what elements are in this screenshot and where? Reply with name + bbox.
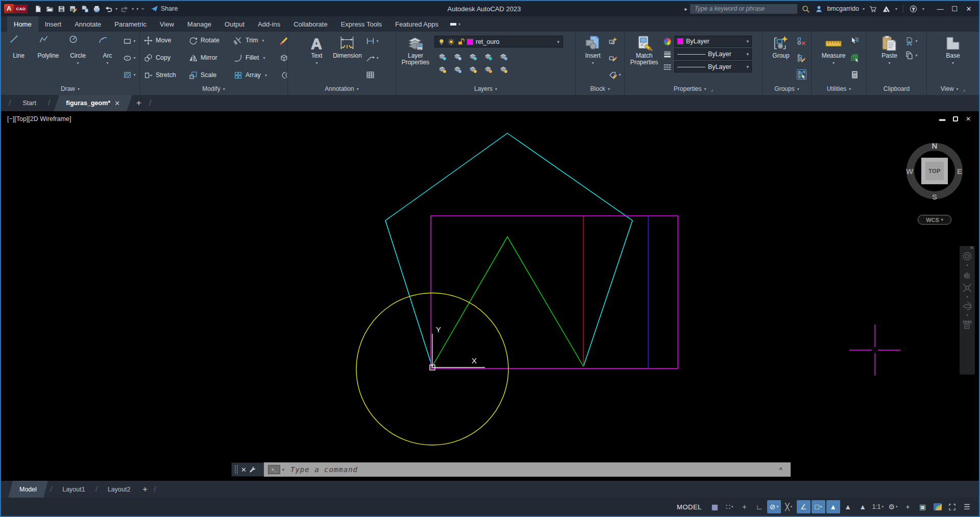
base-button[interactable]: Base▾: [939, 34, 967, 83]
layer-off-icon[interactable]: [434, 50, 450, 62]
fillet-button[interactable]: Fillet▾: [234, 54, 278, 62]
lineweight-dropdown[interactable]: ByLayer▾: [674, 48, 752, 60]
viewport-minimize-icon[interactable]: ▬: [939, 115, 945, 122]
paste-button[interactable]: Paste▾: [875, 34, 903, 83]
file-tab-close-icon[interactable]: ✕: [114, 100, 120, 107]
hatch-tool-button[interactable]: ▾: [123, 69, 135, 80]
file-tab-start[interactable]: Start: [14, 95, 44, 111]
polar-tracking-icon[interactable]: ⊘▾: [767, 500, 781, 513]
leader-button[interactable]: ▾: [366, 53, 378, 63]
command-input[interactable]: Type a command: [290, 465, 358, 474]
scale-button[interactable]: Scale: [189, 71, 232, 80]
group-selection-toggle[interactable]: [797, 69, 806, 80]
layer-lock-icon[interactable]: [480, 50, 496, 62]
ribbon-tab-parametric[interactable]: Parametric: [108, 16, 153, 32]
lineweight-icon[interactable]: [663, 50, 672, 59]
viewcube-west[interactable]: W: [906, 167, 913, 176]
ribbon-tab-featured-apps[interactable]: Featured Apps: [388, 16, 445, 32]
search-icon[interactable]: [800, 4, 811, 14]
redo-dropdown-icon[interactable]: ▾: [131, 7, 134, 11]
command-grip-handle[interactable]: [234, 465, 238, 474]
layer-dropdown[interactable]: ret_ouro ▾: [434, 36, 563, 47]
cut-button[interactable]: ▾: [905, 36, 917, 46]
autoscale-icon[interactable]: ▲: [841, 500, 855, 513]
linetype-dropdown[interactable]: ByLayer▾: [674, 61, 752, 72]
navbar-close-icon[interactable]: ✕: [970, 245, 974, 251]
autocad-app-menu-icon[interactable]: ACAD: [4, 4, 28, 13]
panel-label-view[interactable]: View▾⌟: [927, 83, 979, 95]
panel-label-layers[interactable]: Layers▾: [396, 83, 575, 95]
trim-button[interactable]: Trim▾: [234, 36, 278, 45]
line-button[interactable]: Line: [5, 34, 32, 83]
help-icon[interactable]: ?: [909, 4, 919, 14]
table-button[interactable]: [366, 69, 378, 80]
layer-thaw-icon[interactable]: [465, 62, 480, 75]
command-history-icon[interactable]: ^: [779, 466, 782, 473]
polyline-button[interactable]: Polyline: [34, 34, 62, 83]
edit-block-button[interactable]: [608, 53, 621, 63]
viewport-controls-label[interactable]: [−][Top][2D Wireframe]: [7, 115, 71, 122]
ellipse-tool-button[interactable]: ▾: [123, 53, 135, 63]
viewcube-east[interactable]: E: [957, 167, 962, 176]
save-icon[interactable]: [56, 4, 66, 14]
shape-yellow-circle[interactable]: [356, 293, 508, 445]
app-store-cart-icon[interactable]: [868, 4, 878, 14]
array-button[interactable]: Array▾: [234, 71, 278, 80]
navigation-bar[interactable]: ✕ ▾ ▾ ▾: [960, 246, 975, 375]
autodesk-access-dropdown-icon[interactable]: ▾: [895, 7, 898, 11]
measure-button[interactable]: Measure▾: [819, 34, 848, 83]
wcs-dropdown[interactable]: WCS▾: [918, 215, 951, 225]
otrack-icon[interactable]: ∠: [797, 500, 811, 513]
minimize-button[interactable]: —: [933, 5, 947, 13]
redo-icon[interactable]: [119, 4, 130, 14]
dimension-button[interactable]: Dimension: [330, 34, 364, 83]
ribbon-tab-manage[interactable]: Manage: [181, 16, 218, 32]
open-file-icon[interactable]: [44, 4, 55, 14]
ribbon-tab-add-ins[interactable]: Add-ins: [251, 16, 287, 32]
command-customize-icon[interactable]: [249, 466, 256, 473]
edit-attributes-button[interactable]: ▾: [608, 69, 621, 80]
viewport-close-icon[interactable]: ✕: [966, 115, 971, 122]
circle-button[interactable]: Circle▾: [64, 34, 91, 83]
orbit-icon[interactable]: [962, 301, 972, 311]
annotation-visibility-icon[interactable]: ▲: [826, 500, 840, 513]
undo-dropdown-icon[interactable]: ▾: [115, 7, 118, 11]
group-button[interactable]: Group: [767, 34, 795, 83]
file-tab-figuras-geom-[interactable]: figuras_geom*✕: [54, 95, 132, 111]
arc-button[interactable]: Arc▾: [93, 34, 121, 83]
command-dropdown-icon[interactable]: ▾: [282, 467, 284, 472]
share-button[interactable]: Share: [151, 5, 178, 13]
ortho-icon[interactable]: ∟: [752, 500, 766, 513]
navigation-wheel-icon[interactable]: [962, 251, 972, 261]
object-color-dropdown[interactable]: ByLayer▾: [674, 36, 752, 47]
viewcube-south[interactable]: S: [932, 192, 937, 201]
panel-label-modify[interactable]: Modify▾: [140, 83, 287, 95]
shape-rectangle[interactable]: [431, 216, 678, 368]
copy-button[interactable]: Copy: [144, 54, 187, 62]
snap-mode-icon[interactable]: ∷▾: [723, 500, 737, 513]
help-dropdown-icon[interactable]: ▾: [922, 7, 925, 11]
mirror-button[interactable]: Mirror: [189, 54, 232, 62]
panel-label-clipboard[interactable]: Clipboard: [867, 83, 926, 95]
panel-label-utilities[interactable]: Utilities▾: [812, 83, 866, 95]
layer-unisolate-icon[interactable]: [450, 62, 465, 75]
ribbon-minimize-icon[interactable]: ▾: [450, 16, 460, 32]
workspace-settings-icon[interactable]: ⚙▾: [886, 500, 900, 513]
save-as-icon[interactable]: [68, 4, 78, 14]
qat-more-icon[interactable]: ▾: [136, 7, 139, 11]
ribbon-tab-insert[interactable]: Insert: [38, 16, 68, 32]
layer-on-icon[interactable]: [434, 62, 450, 75]
viewcube-top-face[interactable]: TOP: [921, 158, 948, 184]
user-dropdown-icon[interactable]: ▾: [862, 7, 865, 11]
rotate-button[interactable]: Rotate: [189, 36, 232, 45]
panel-label-draw[interactable]: Draw▾: [1, 83, 139, 95]
clean-screen-icon[interactable]: [945, 500, 959, 513]
model-space-button[interactable]: MODEL: [677, 503, 702, 511]
quick-calc-button[interactable]: [850, 69, 859, 80]
isolate-objects-icon[interactable]: ▣: [916, 500, 929, 513]
viewcube-north[interactable]: N: [932, 141, 938, 150]
rectangle-tool-button[interactable]: ▾: [123, 36, 135, 46]
shape-pentagon[interactable]: [385, 133, 632, 367]
dimension-linear-button[interactable]: ▾: [366, 36, 378, 46]
layout-tab-layout1[interactable]: Layout1: [54, 481, 93, 498]
